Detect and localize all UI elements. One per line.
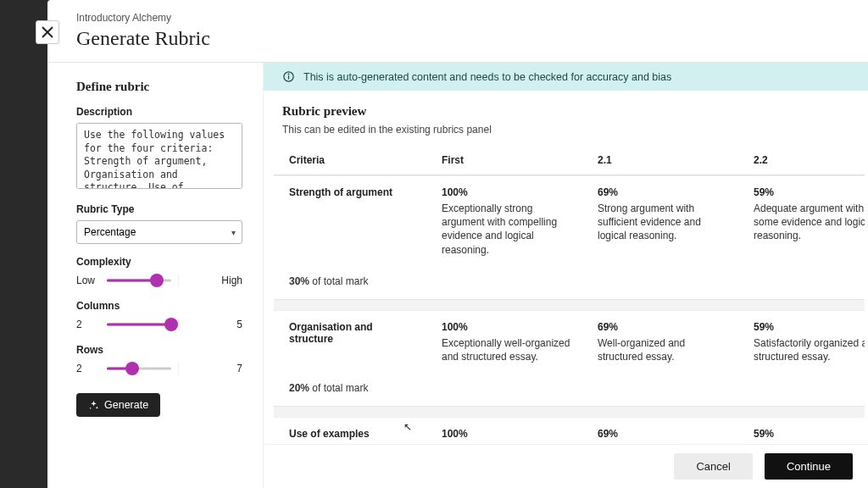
complexity-label: Complexity [76,256,242,268]
level-cell: 69%Well-organized and structured essay. [586,310,742,374]
preview-heading: Rubric preview [282,104,849,119]
cancel-button[interactable]: Cancel [674,453,752,480]
description-textarea[interactable] [76,123,242,189]
rows-label: Rows [76,344,242,356]
complexity-low: Low [76,274,100,286]
weight-row: 30% of total mark [274,267,865,300]
info-icon [282,70,295,83]
table-row: Use of examples100%Exceptional use of re… [274,417,865,444]
criterion-cell: Organisation and structure [274,310,430,374]
table-row: Strength of argument100%Exceptionally st… [274,175,865,267]
columns-label: Columns [76,300,242,312]
col-criteria: Criteria [274,146,430,175]
sparkle-icon [88,400,99,411]
breadcrumb: Introductory Alchemy [76,12,839,24]
level-cell: 100%Exceptionally well-organized and str… [430,310,586,374]
close-button[interactable] [36,20,59,44]
preview-subtext: This can be edited in the existing rubri… [282,124,849,136]
info-banner: This is auto-generated content and needs… [264,63,868,91]
rows-max: 7 [178,363,243,374]
rows-slider[interactable] [107,361,171,376]
rubric-type-select[interactable]: Percentage [76,220,242,244]
define-rubric-panel: Define rubric Description Rubric Type Pe… [47,63,263,488]
criterion-cell: Strength of argument [274,175,430,267]
rubric-table-container[interactable]: CriteriaFirst2.12.2Third Strength of arg… [274,146,865,444]
level-cell: 69%Strong argument with sufficient evide… [586,175,742,267]
close-icon [42,26,53,38]
weight-row: 20% of total mark [274,374,865,407]
level-cell: 100%Exceptionally strong argument with c… [430,175,586,267]
level-cell: 59%Adequate use of relevant examples, bu… [742,417,865,444]
columns-min: 2 [76,319,100,330]
spacer-row [274,300,865,310]
rubric-table: CriteriaFirst2.12.2Third Strength of arg… [274,146,865,444]
complexity-slider[interactable] [107,273,171,288]
panel-heading: Define rubric [76,80,242,94]
spacer-row [274,407,865,417]
columns-max: 5 [178,319,243,330]
svg-point-4 [288,74,289,75]
col-level: 2.1 [586,146,742,175]
generate-rubric-modal: Introductory Alchemy Generate Rubric Def… [47,0,868,488]
level-cell: 69%Good use of relevant and well-integra… [586,417,742,444]
banner-text: This is auto-generated content and needs… [303,71,671,83]
page-title: Generate Rubric [76,27,839,50]
columns-slider[interactable] [107,317,171,332]
level-cell: 59%Satisfactorily organized and structur… [742,310,865,374]
col-level: First [430,146,586,175]
complexity-high: High [178,274,243,286]
generate-button[interactable]: Generate [76,393,160,417]
generate-button-label: Generate [104,399,148,411]
rubric-type-label: Rubric Type [76,203,242,215]
level-cell: 59%Adequate argument with some evidence … [742,175,865,267]
table-row: Organisation and structure100%Exceptiona… [274,310,865,374]
col-level: 2.2 [742,146,865,175]
continue-button[interactable]: Continue [765,453,853,480]
level-cell: 100%Exceptional use of relevant and well… [430,417,586,444]
description-label: Description [76,106,242,118]
rows-min: 2 [76,363,100,374]
criterion-cell: Use of examples [274,417,430,444]
